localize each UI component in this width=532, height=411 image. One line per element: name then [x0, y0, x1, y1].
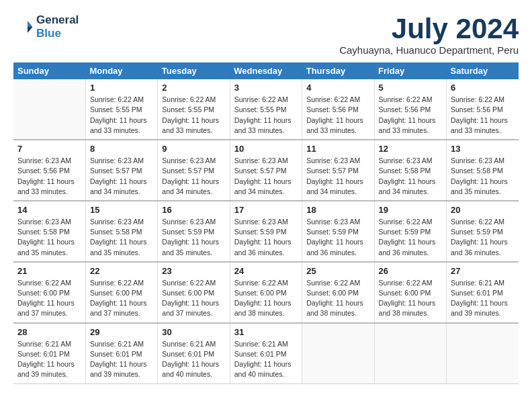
day-number: 2: [162, 83, 225, 93]
calendar-cell: 7Sunrise: 6:23 AM Sunset: 5:56 PM Daylig…: [13, 140, 85, 201]
day-info: Sunrise: 6:22 AM Sunset: 5:55 PM Dayligh…: [90, 95, 153, 136]
calendar-cell: 15Sunrise: 6:23 AM Sunset: 5:58 PM Dayli…: [85, 201, 157, 262]
calendar-cell: 25Sunrise: 6:22 AM Sunset: 6:00 PM Dayli…: [302, 262, 374, 323]
day-number: 9: [162, 144, 225, 154]
calendar-table: SundayMondayTuesdayWednesdayThursdayFrid…: [13, 62, 519, 383]
header: General Blue July 2024 Cayhuayna, Huanuc…: [13, 13, 519, 56]
calendar-cell: 12Sunrise: 6:23 AM Sunset: 5:58 PM Dayli…: [374, 140, 446, 201]
day-info: Sunrise: 6:22 AM Sunset: 6:00 PM Dayligh…: [162, 278, 225, 319]
calendar-cell: 16Sunrise: 6:23 AM Sunset: 5:59 PM Dayli…: [158, 201, 230, 262]
day-info: Sunrise: 6:23 AM Sunset: 5:59 PM Dayligh…: [306, 217, 369, 258]
day-info: Sunrise: 6:23 AM Sunset: 5:57 PM Dayligh…: [306, 156, 369, 197]
weekday-header-saturday: Saturday: [447, 62, 519, 79]
day-number: 13: [451, 144, 515, 154]
calendar-cell: 4Sunrise: 6:22 AM Sunset: 5:56 PM Daylig…: [302, 79, 374, 140]
calendar-cell: 2Sunrise: 6:22 AM Sunset: 5:55 PM Daylig…: [158, 79, 230, 140]
day-info: Sunrise: 6:21 AM Sunset: 6:01 PM Dayligh…: [234, 339, 298, 380]
day-number: 7: [17, 144, 81, 154]
weekday-header-thursday: Thursday: [302, 62, 374, 79]
svg-marker-1: [28, 27, 33, 33]
day-info: Sunrise: 6:23 AM Sunset: 5:58 PM Dayligh…: [17, 217, 81, 258]
day-info: Sunrise: 6:23 AM Sunset: 5:56 PM Dayligh…: [17, 156, 81, 197]
calendar-cell: [374, 323, 446, 383]
day-info: Sunrise: 6:23 AM Sunset: 5:57 PM Dayligh…: [162, 156, 225, 197]
calendar-cell: 31Sunrise: 6:21 AM Sunset: 6:01 PM Dayli…: [230, 323, 302, 383]
day-info: Sunrise: 6:22 AM Sunset: 5:59 PM Dayligh…: [451, 217, 515, 258]
day-number: 14: [17, 205, 81, 215]
day-number: 11: [306, 144, 369, 154]
day-number: 22: [90, 266, 153, 276]
calendar-cell: 13Sunrise: 6:23 AM Sunset: 5:58 PM Dayli…: [447, 140, 519, 201]
weekday-header-sunday: Sunday: [13, 62, 85, 79]
day-number: 10: [234, 144, 298, 154]
calendar-cell: 18Sunrise: 6:23 AM Sunset: 5:59 PM Dayli…: [302, 201, 374, 262]
calendar-cell: 28Sunrise: 6:21 AM Sunset: 6:01 PM Dayli…: [13, 323, 85, 383]
calendar-cell: 23Sunrise: 6:22 AM Sunset: 6:00 PM Dayli…: [158, 262, 230, 323]
day-number: 3: [234, 83, 298, 93]
day-info: Sunrise: 6:23 AM Sunset: 5:57 PM Dayligh…: [234, 156, 298, 197]
calendar-cell: 21Sunrise: 6:22 AM Sunset: 6:00 PM Dayli…: [13, 262, 85, 323]
day-info: Sunrise: 6:22 AM Sunset: 5:56 PM Dayligh…: [451, 95, 515, 136]
calendar-cell: [447, 323, 519, 383]
day-info: Sunrise: 6:21 AM Sunset: 6:01 PM Dayligh…: [451, 278, 515, 319]
day-number: 12: [379, 144, 442, 154]
day-number: 16: [162, 205, 225, 215]
day-info: Sunrise: 6:22 AM Sunset: 6:00 PM Dayligh…: [379, 278, 442, 319]
day-number: 4: [306, 83, 369, 93]
day-info: Sunrise: 6:23 AM Sunset: 5:59 PM Dayligh…: [234, 217, 298, 258]
calendar-cell: 8Sunrise: 6:23 AM Sunset: 5:57 PM Daylig…: [85, 140, 157, 201]
day-number: 18: [306, 205, 369, 215]
day-info: Sunrise: 6:23 AM Sunset: 5:58 PM Dayligh…: [379, 156, 442, 197]
calendar-week-row: 1Sunrise: 6:22 AM Sunset: 5:55 PM Daylig…: [13, 79, 519, 140]
day-number: 30: [162, 327, 225, 337]
weekday-header-friday: Friday: [374, 62, 446, 79]
day-number: 28: [17, 327, 81, 337]
day-number: 26: [379, 266, 442, 276]
day-info: Sunrise: 6:21 AM Sunset: 6:01 PM Dayligh…: [90, 339, 153, 380]
title-area: July 2024 Cayhuayna, Huanuco Department,…: [339, 13, 519, 56]
day-number: 21: [17, 266, 81, 276]
calendar-week-row: 21Sunrise: 6:22 AM Sunset: 6:00 PM Dayli…: [13, 262, 519, 323]
calendar-cell: 5Sunrise: 6:22 AM Sunset: 5:56 PM Daylig…: [374, 79, 446, 140]
day-info: Sunrise: 6:22 AM Sunset: 5:56 PM Dayligh…: [306, 95, 369, 136]
day-number: 1: [90, 83, 153, 93]
day-number: 24: [234, 266, 298, 276]
calendar-cell: 24Sunrise: 6:22 AM Sunset: 6:00 PM Dayli…: [230, 262, 302, 323]
day-number: 27: [451, 266, 515, 276]
weekday-header-tuesday: Tuesday: [158, 62, 230, 79]
day-number: 29: [90, 327, 153, 337]
day-number: 5: [379, 83, 442, 93]
day-number: 6: [451, 83, 515, 93]
calendar-subtitle: Cayhuayna, Huanuco Department, Peru: [339, 44, 519, 56]
calendar-week-row: 28Sunrise: 6:21 AM Sunset: 6:01 PM Dayli…: [13, 323, 519, 383]
day-number: 17: [234, 205, 298, 215]
calendar-cell: 20Sunrise: 6:22 AM Sunset: 5:59 PM Dayli…: [447, 201, 519, 262]
calendar-cell: 22Sunrise: 6:22 AM Sunset: 6:00 PM Dayli…: [85, 262, 157, 323]
calendar-cell: 26Sunrise: 6:22 AM Sunset: 6:00 PM Dayli…: [374, 262, 446, 323]
day-number: 25: [306, 266, 369, 276]
svg-marker-0: [28, 21, 33, 27]
calendar-cell: 14Sunrise: 6:23 AM Sunset: 5:58 PM Dayli…: [13, 201, 85, 262]
day-info: Sunrise: 6:23 AM Sunset: 5:57 PM Dayligh…: [90, 156, 153, 197]
calendar-cell: [302, 323, 374, 383]
weekday-header-wednesday: Wednesday: [230, 62, 302, 79]
day-info: Sunrise: 6:21 AM Sunset: 6:01 PM Dayligh…: [162, 339, 225, 380]
calendar-cell: 6Sunrise: 6:22 AM Sunset: 5:56 PM Daylig…: [447, 79, 519, 140]
day-info: Sunrise: 6:22 AM Sunset: 6:00 PM Dayligh…: [234, 278, 298, 319]
calendar-cell: 27Sunrise: 6:21 AM Sunset: 6:01 PM Dayli…: [447, 262, 519, 323]
logo-text: General Blue: [36, 13, 79, 40]
weekday-header-row: SundayMondayTuesdayWednesdayThursdayFrid…: [13, 62, 519, 79]
logo-icon: [13, 17, 34, 37]
calendar-week-row: 7Sunrise: 6:23 AM Sunset: 5:56 PM Daylig…: [13, 140, 519, 201]
calendar-week-row: 14Sunrise: 6:23 AM Sunset: 5:58 PM Dayli…: [13, 201, 519, 262]
calendar-cell: 30Sunrise: 6:21 AM Sunset: 6:01 PM Dayli…: [158, 323, 230, 383]
calendar-title: July 2024: [339, 13, 519, 44]
calendar-cell: 11Sunrise: 6:23 AM Sunset: 5:57 PM Dayli…: [302, 140, 374, 201]
day-info: Sunrise: 6:22 AM Sunset: 5:55 PM Dayligh…: [162, 95, 225, 136]
day-info: Sunrise: 6:23 AM Sunset: 5:59 PM Dayligh…: [162, 217, 225, 258]
day-number: 31: [234, 327, 298, 337]
logo: General Blue: [13, 13, 79, 40]
day-number: 23: [162, 266, 225, 276]
day-number: 8: [90, 144, 153, 154]
day-number: 19: [379, 205, 442, 215]
